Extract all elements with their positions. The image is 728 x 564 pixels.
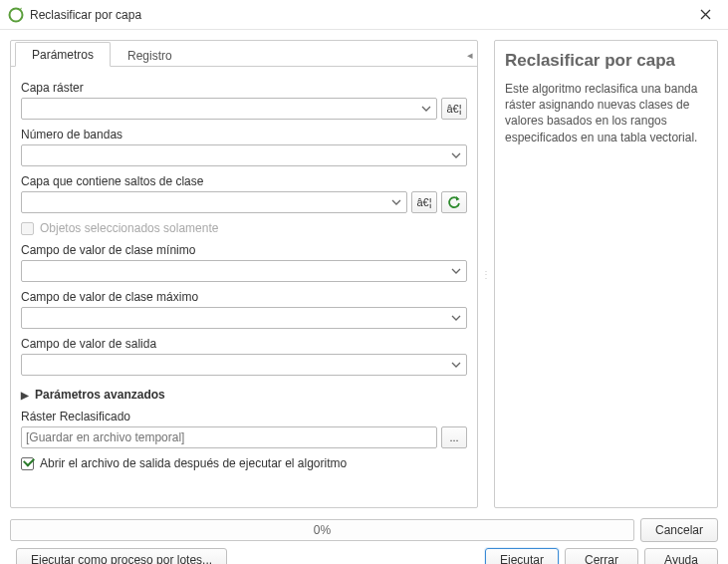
- label-max-field: Campo de valor de clase máximo: [21, 290, 467, 304]
- progress-bar: 0%: [10, 519, 634, 541]
- chevron-down-icon: [418, 101, 434, 117]
- progress-text: 0%: [314, 523, 331, 537]
- progress-row: 0% Cancelar: [10, 518, 718, 542]
- run-batch-button[interactable]: Ejecutar como proceso por lotes...: [16, 548, 227, 564]
- reclassified-output-field[interactable]: [21, 426, 437, 448]
- open-after-label: Abrir el archivo de salida después de ej…: [40, 456, 347, 470]
- max-field-input[interactable]: [22, 311, 446, 325]
- label-output-field: Campo de valor de salida: [21, 337, 467, 351]
- open-after-checkbox[interactable]: [21, 457, 34, 470]
- chevron-down-icon: [448, 357, 464, 373]
- label-reclassified: Ráster Reclasificado: [21, 410, 467, 423]
- chevron-down-icon: [448, 263, 464, 279]
- help-title: Reclasificar por capa: [505, 51, 707, 71]
- help-panel: Reclasificar por capa Este algoritmo rec…: [494, 40, 718, 508]
- parameters-panel: Parámetros Registro ◂ Capa ráster â€¦ Nú…: [10, 40, 478, 508]
- reclassified-browse-button[interactable]: ...: [441, 426, 467, 448]
- label-raster-layer: Capa ráster: [21, 81, 467, 95]
- chevron-down-icon: [448, 147, 464, 163]
- selected-only-label: Objetos seleccionados solamente: [40, 221, 218, 235]
- min-field-combo[interactable]: [21, 260, 467, 282]
- band-number-input[interactable]: [22, 148, 446, 162]
- open-after-row: Abrir el archivo de salida después de ej…: [21, 456, 467, 470]
- reclassified-output-input[interactable]: [22, 430, 428, 444]
- output-field-input[interactable]: [22, 358, 446, 372]
- advanced-params-toggle[interactable]: ▶ Parámetros avanzados: [21, 388, 467, 402]
- parameters-form: Capa ráster â€¦ Número de bandas: [11, 67, 477, 507]
- max-field-combo[interactable]: [21, 307, 467, 329]
- output-field-combo[interactable]: [21, 354, 467, 376]
- close-window-button[interactable]: [690, 0, 720, 30]
- chevron-down-icon: [448, 310, 464, 326]
- raster-layer-input[interactable]: [22, 102, 416, 116]
- triangle-right-icon: ▶: [21, 390, 29, 401]
- scroll-left-icon: ◂: [467, 49, 473, 66]
- button-bar: Ejecutar como proceso por lotes... Ejecu…: [10, 548, 718, 564]
- app-icon: [8, 7, 24, 23]
- window-title: Reclasificar por capa: [30, 8, 690, 22]
- advanced-params-label: Parámetros avanzados: [35, 388, 165, 402]
- tab-parameters[interactable]: Parámetros: [15, 42, 111, 67]
- close-button[interactable]: Cerrar: [565, 548, 638, 564]
- splitter-handle[interactable]: ⋮: [484, 40, 488, 508]
- label-min-field: Campo de valor de clase mínimo: [21, 243, 467, 257]
- selected-only-checkbox[interactable]: [21, 222, 34, 235]
- raster-layer-browse-button[interactable]: â€¦: [441, 98, 467, 120]
- raster-layer-combo[interactable]: [21, 98, 437, 120]
- title-bar: Reclasificar por capa: [0, 0, 728, 30]
- class-breaks-browse-button[interactable]: â€¦: [411, 191, 437, 213]
- min-field-input[interactable]: [22, 264, 446, 278]
- help-button[interactable]: Ayuda: [644, 548, 718, 564]
- band-number-combo[interactable]: [21, 144, 467, 166]
- chevron-down-icon: [388, 194, 404, 210]
- help-body: Este algoritmo reclasifica una banda rás…: [505, 81, 707, 145]
- tab-log[interactable]: Registro: [111, 43, 189, 67]
- tab-bar: Parámetros Registro ◂: [11, 41, 477, 67]
- class-breaks-layer-combo[interactable]: [21, 191, 407, 213]
- dialog-content: Parámetros Registro ◂ Capa ráster â€¦ Nú…: [0, 30, 728, 564]
- class-breaks-layer-input[interactable]: [22, 195, 386, 209]
- label-band-number: Número de bandas: [21, 128, 467, 141]
- label-class-breaks-layer: Capa que contiene saltos de clase: [21, 174, 467, 188]
- selected-only-row: Objetos seleccionados solamente: [21, 221, 467, 235]
- iterate-button[interactable]: [441, 191, 467, 213]
- run-button[interactable]: Ejecutar: [485, 548, 559, 564]
- cancel-button[interactable]: Cancelar: [640, 518, 718, 542]
